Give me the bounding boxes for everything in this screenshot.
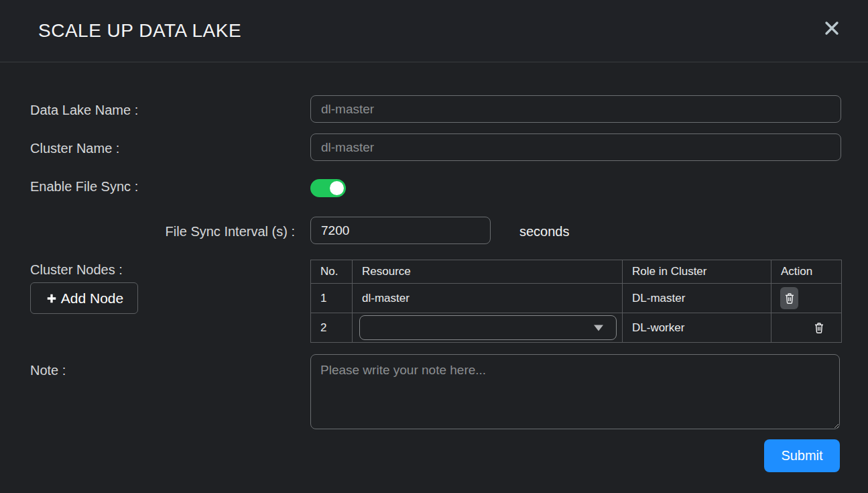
cluster-nodes-table: No. Resource Role in Cluster Action 1 dl… (310, 260, 842, 343)
note-textarea[interactable] (310, 354, 840, 429)
enable-file-sync-label: Enable File Sync : (30, 179, 138, 195)
table-row: 2 DL-worker (311, 313, 842, 343)
row-action-cell (771, 284, 842, 313)
x-icon (821, 17, 843, 39)
col-header-action: Action (771, 260, 842, 284)
row-role: DL-master (623, 284, 771, 313)
table-row: 1 dl-master DL-master (311, 284, 842, 313)
row-no: 2 (311, 313, 353, 343)
col-header-resource: Resource (353, 260, 623, 284)
submit-button[interactable]: Submit (764, 439, 840, 472)
delete-node-button[interactable] (780, 287, 798, 309)
row-role: DL-worker (623, 313, 771, 343)
modal-title: SCALE UP DATA LAKE (38, 20, 241, 42)
trash-icon (814, 322, 824, 334)
file-sync-interval-input[interactable] (310, 217, 491, 244)
row-no: 1 (311, 284, 353, 313)
modal-header: SCALE UP DATA LAKE (0, 0, 868, 62)
cluster-name-label: Cluster Name : (30, 141, 119, 156)
add-node-button-label: Add Node (61, 290, 123, 307)
file-sync-interval-label: File Sync Interval (s) : (30, 224, 295, 239)
col-header-no: No. (311, 260, 353, 284)
file-sync-toggle[interactable] (310, 179, 346, 197)
data-lake-name-input[interactable] (310, 95, 841, 123)
table-header-row: No. Resource Role in Cluster Action (311, 260, 842, 284)
delete-node-button[interactable] (810, 317, 828, 339)
row-action-cell (771, 313, 842, 343)
toggle-knob (330, 181, 344, 195)
cluster-name-input[interactable] (310, 133, 841, 161)
trash-icon (784, 292, 795, 305)
data-lake-name-label: Data Lake Name : (30, 103, 138, 118)
close-button[interactable] (818, 15, 845, 42)
resource-select[interactable] (359, 315, 617, 340)
seconds-unit-label: seconds (519, 224, 570, 239)
add-node-button[interactable]: Add Node (30, 282, 138, 314)
cluster-nodes-label: Cluster Nodes : (30, 262, 123, 278)
row-resource-cell (353, 313, 623, 343)
note-label: Note : (30, 363, 66, 378)
scale-up-data-lake-modal: SCALE UP DATA LAKE Data Lake Name : Clus… (0, 0, 868, 493)
plus-icon (45, 292, 58, 305)
row-resource: dl-master (353, 284, 623, 313)
col-header-role: Role in Cluster (623, 260, 771, 284)
